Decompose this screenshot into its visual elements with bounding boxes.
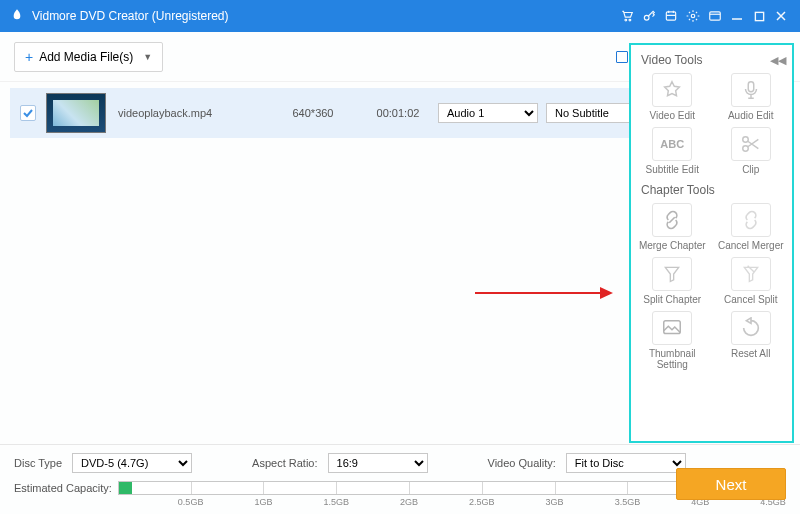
svg-point-0 — [625, 19, 627, 21]
video-quality-select[interactable]: Fit to Disc — [566, 453, 686, 473]
audio-select[interactable]: Audio 1 — [438, 103, 538, 123]
chapter-tools-title: Chapter Tools — [641, 183, 715, 197]
video-tools-title: Video Tools — [641, 53, 703, 67]
image-icon — [661, 317, 683, 339]
svg-rect-9 — [748, 82, 754, 92]
footer: Disc Type DVD-5 (4.7G) Aspect Ratio: 16:… — [0, 444, 800, 514]
abc-icon: ABC — [652, 127, 692, 161]
mic-icon — [740, 79, 762, 101]
duration: 00:01:02 — [358, 107, 438, 119]
disc-type-label: Disc Type — [14, 457, 62, 469]
cancel-merger-tool[interactable]: Cancel Merger — [716, 203, 787, 251]
checkbox-icon — [616, 51, 628, 63]
svg-marker-8 — [600, 287, 613, 299]
svg-point-11 — [743, 146, 749, 152]
resolution: 640*360 — [268, 107, 358, 119]
filename: videoplayback.mp4 — [118, 107, 268, 119]
cart-icon[interactable] — [616, 5, 638, 27]
undo-icon — [740, 317, 762, 339]
svg-rect-6 — [755, 12, 763, 20]
row-checkbox[interactable] — [20, 105, 36, 121]
svg-point-1 — [629, 19, 631, 21]
app-logo-icon — [8, 7, 26, 25]
thumbnail-setting-tool[interactable]: Thumbnail Setting — [637, 311, 708, 370]
maximize-button[interactable] — [748, 5, 770, 27]
history-icon[interactable] — [660, 5, 682, 27]
split-chapter-tool[interactable]: Split Chapter — [637, 257, 708, 305]
funnel-icon — [662, 264, 682, 284]
capacity-label: Estimated Capacity: — [14, 482, 112, 494]
tick-label: 1GB — [254, 497, 272, 507]
settings-icon[interactable] — [682, 5, 704, 27]
svg-rect-12 — [664, 321, 681, 334]
clip-tool[interactable]: Clip — [716, 127, 787, 175]
svg-point-2 — [644, 15, 649, 20]
merge-chapter-tool[interactable]: Merge Chapter — [637, 203, 708, 251]
reset-all-tool[interactable]: Reset All — [716, 311, 787, 370]
plus-icon: + — [25, 49, 33, 65]
minimize-button[interactable] — [726, 5, 748, 27]
content-area: videoplayback.mp4 640*360 00:01:02 Audio… — [0, 88, 800, 448]
aspect-ratio-select[interactable]: 16:9 — [328, 453, 428, 473]
svg-rect-5 — [710, 12, 721, 20]
scissors-icon — [740, 133, 762, 155]
chevron-down-icon: ▼ — [143, 52, 152, 62]
video-tools-grid: Video Edit Audio Edit ABCSubtitle Edit C… — [637, 73, 786, 175]
funnel-x-icon — [741, 264, 761, 284]
video-quality-label: Video Quality: — [488, 457, 556, 469]
tick-label: 2GB — [400, 497, 418, 507]
tick-label: 2.5GB — [469, 497, 495, 507]
audio-edit-tool[interactable]: Audio Edit — [716, 73, 787, 121]
add-media-label: Add Media File(s) — [39, 50, 133, 64]
svg-point-4 — [691, 14, 695, 18]
svg-point-10 — [743, 137, 749, 143]
disc-type-select[interactable]: DVD-5 (4.7G) — [72, 453, 192, 473]
aspect-ratio-label: Aspect Ratio: — [252, 457, 317, 469]
link-broken-icon — [740, 209, 762, 231]
link-icon — [661, 209, 683, 231]
key-icon[interactable] — [638, 5, 660, 27]
check-icon — [22, 107, 34, 119]
tick-label: 1.5GB — [323, 497, 349, 507]
star-icon — [661, 79, 683, 101]
tick-label: 3.5GB — [615, 497, 641, 507]
subtitle-edit-tool[interactable]: ABCSubtitle Edit — [637, 127, 708, 175]
collapse-panel-button[interactable]: ◀◀ — [770, 54, 786, 67]
menu-icon[interactable] — [704, 5, 726, 27]
next-button[interactable]: Next — [676, 468, 786, 500]
add-media-button[interactable]: + Add Media File(s) ▼ — [14, 42, 163, 72]
titlebar: Vidmore DVD Creator (Unregistered) — [0, 0, 800, 32]
video-edit-tool[interactable]: Video Edit — [637, 73, 708, 121]
annotation-arrow-icon — [475, 285, 615, 301]
video-thumbnail — [46, 93, 106, 133]
close-button[interactable] — [770, 5, 792, 27]
cancel-split-tool[interactable]: Cancel Split — [716, 257, 787, 305]
tools-sidepanel: Video Tools ◀◀ Video Edit Audio Edit ABC… — [629, 43, 794, 443]
chapter-tools-grid: Merge Chapter Cancel Merger Split Chapte… — [637, 203, 786, 370]
window-title: Vidmore DVD Creator (Unregistered) — [32, 9, 616, 23]
tick-label: 3GB — [546, 497, 564, 507]
tick-label: 0.5GB — [178, 497, 204, 507]
